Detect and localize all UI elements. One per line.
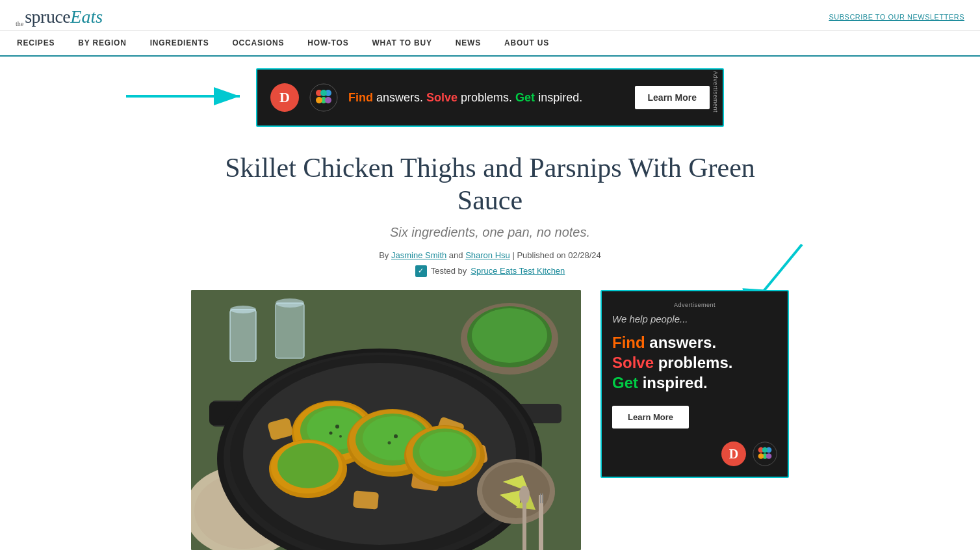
article-tested: ✓ Tested by Spruce Eats Test Kitchen <box>415 265 565 277</box>
svg-point-16 <box>276 298 304 308</box>
side-ad-d-icon: D <box>721 442 746 466</box>
side-ad-learn-more-button[interactable]: Learn More <box>612 406 689 429</box>
nav-news[interactable]: NEWS <box>454 38 482 47</box>
svg-rect-61 <box>542 494 543 503</box>
side-ad-bottom: D <box>612 442 777 466</box>
ad-banner-text: Find answers. Solve problems. Get inspir… <box>348 91 625 105</box>
logo-spruce-text: spruce <box>25 7 70 27</box>
svg-point-7 <box>325 97 331 103</box>
svg-rect-58 <box>539 498 543 550</box>
nav-how-tos[interactable]: HOW-TOS <box>306 38 350 47</box>
subscribe-link[interactable]: SUBSCRIBE TO OUR NEWSLETTERS <box>829 13 964 21</box>
svg-point-52 <box>394 434 398 438</box>
svg-point-69 <box>766 453 772 459</box>
article-title: Skillet Chicken Thighs and Parsnips With… <box>211 152 769 217</box>
cyan-arrow-left <box>126 80 250 115</box>
side-ad-tagline: We help people... <box>612 313 777 324</box>
svg-point-14 <box>230 306 256 313</box>
side-ad-find: Find <box>612 334 645 351</box>
skillet-illustration <box>191 290 581 550</box>
svg-rect-15 <box>276 303 304 358</box>
svg-point-50 <box>329 431 333 434</box>
svg-point-48 <box>419 432 472 471</box>
author2-link[interactable]: Sharon Hsu <box>465 250 510 260</box>
content-row: Advertisement We help people... Find ans… <box>42 290 938 550</box>
nav-what-to-buy[interactable]: WHAT TO BUY <box>370 38 433 47</box>
top-ad-container: Advertisement D Find answers. Solve prob… <box>256 68 724 127</box>
ad-get-text: Get <box>515 91 535 104</box>
logo-the-text: the <box>16 21 23 27</box>
svg-rect-56 <box>522 498 526 550</box>
svg-point-53 <box>388 441 391 444</box>
svg-point-57 <box>519 486 530 504</box>
svg-point-8 <box>320 90 327 96</box>
main-nav: RECIPES BY REGION INGREDIENTS OCCASIONS … <box>0 31 980 57</box>
side-ad-label: Advertisement <box>612 302 777 308</box>
author1-link[interactable]: Jasmine Smith <box>391 250 446 260</box>
top-ad-learn-more-button[interactable]: Learn More <box>635 86 710 109</box>
nav-about-us[interactable]: ABOUT US <box>503 38 550 47</box>
nav-ingredients[interactable]: INGREDIENTS <box>149 38 211 47</box>
test-kitchen-link[interactable]: Spruce Eats Test Kitchen <box>471 266 565 276</box>
page-header: the spruce Eats SUBSCRIBE TO OUR NEWSLET… <box>0 0 980 31</box>
svg-point-6 <box>316 97 322 103</box>
svg-rect-33 <box>353 490 379 509</box>
left-arrow-icon <box>126 80 250 112</box>
svg-point-70 <box>762 447 768 453</box>
recipe-image <box>191 290 581 550</box>
side-ad-big-text: Find answers. Solve problems. Get inspir… <box>612 332 777 393</box>
article-meta: By Jasmine Smith and Sharon Hsu | Publis… <box>379 250 601 260</box>
main-content: Advertisement D Find answers. Solve prob… <box>0 57 980 550</box>
nav-recipes[interactable]: RECIPES <box>16 38 56 47</box>
ad-d-icon: D <box>270 83 299 112</box>
nav-occasions[interactable]: OCCASIONS <box>231 38 285 47</box>
article-subtitle: Six ingredients, one pan, no notes. <box>390 225 590 240</box>
svg-point-49 <box>335 425 339 429</box>
checkmark-icon: ✓ <box>415 265 427 277</box>
svg-point-51 <box>339 435 342 438</box>
side-ad-banner: Advertisement We help people... Find ans… <box>600 290 789 479</box>
ad-dots-icon <box>309 83 338 112</box>
side-ad-container: Advertisement We help people... Find ans… <box>600 290 789 550</box>
top-ad-banner: Advertisement D Find answers. Solve prob… <box>256 68 724 127</box>
side-ad-solve: Solve <box>612 354 654 371</box>
svg-point-68 <box>758 453 764 459</box>
top-ad-label: Advertisement <box>712 71 719 112</box>
ad-solve-text: Solve <box>426 91 458 104</box>
logo-eats-text: Eats <box>70 7 103 27</box>
side-ad-dots-icon <box>753 442 777 466</box>
svg-point-19 <box>472 308 547 363</box>
site-logo[interactable]: the spruce Eats <box>16 7 103 27</box>
ad-find-text: Find <box>348 91 373 104</box>
side-ad-get: Get <box>612 374 638 391</box>
svg-rect-60 <box>540 494 541 503</box>
nav-by-region[interactable]: BY REGION <box>77 38 127 47</box>
svg-point-44 <box>277 443 339 488</box>
svg-rect-13 <box>230 310 256 362</box>
